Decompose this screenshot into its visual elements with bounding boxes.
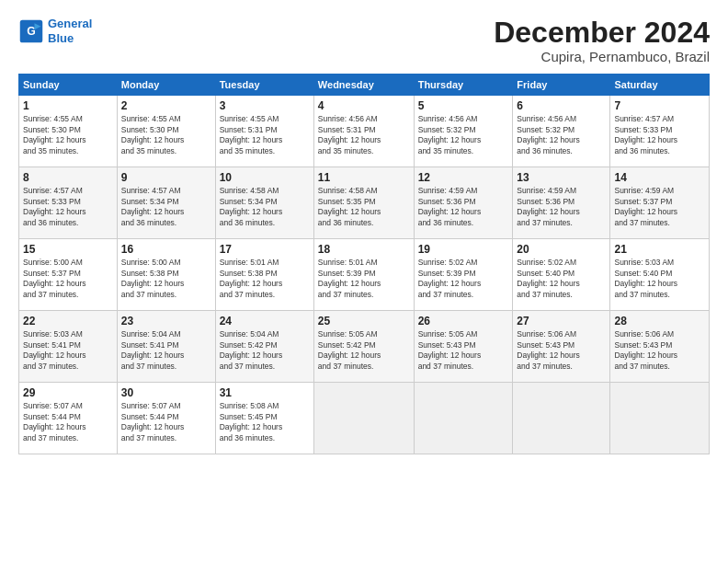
calendar-week-2: 8Sunrise: 4:57 AM Sunset: 5:33 PM Daylig… [19, 167, 710, 239]
day-number: 27 [517, 315, 606, 327]
calendar-cell: 23Sunrise: 5:04 AM Sunset: 5:41 PM Dayli… [117, 311, 215, 383]
day-info: Sunrise: 4:56 AM Sunset: 5:32 PM Dayligh… [517, 114, 606, 156]
calendar-cell: 4Sunrise: 4:56 AM Sunset: 5:31 PM Daylig… [313, 96, 414, 167]
day-info: Sunrise: 5:06 AM Sunset: 5:43 PM Dayligh… [517, 329, 606, 372]
day-info: Sunrise: 4:59 AM Sunset: 5:36 PM Dayligh… [517, 186, 606, 228]
calendar-cell: 1Sunrise: 4:55 AM Sunset: 5:30 PM Daylig… [19, 96, 118, 167]
day-info: Sunrise: 5:07 AM Sunset: 5:44 PM Dayligh… [121, 401, 211, 443]
day-info: Sunrise: 4:58 AM Sunset: 5:34 PM Dayligh… [220, 186, 310, 228]
calendar-cell: 10Sunrise: 4:58 AM Sunset: 5:34 PM Dayli… [215, 167, 313, 239]
calendar-cell: 14Sunrise: 4:59 AM Sunset: 5:37 PM Dayli… [610, 167, 710, 239]
calendar-cell: 25Sunrise: 5:05 AM Sunset: 5:42 PM Dayli… [313, 311, 414, 383]
calendar-body: 1Sunrise: 4:55 AM Sunset: 5:30 PM Daylig… [19, 96, 710, 454]
calendar-cell: 17Sunrise: 5:01 AM Sunset: 5:38 PM Dayli… [215, 239, 313, 311]
calendar-cell: 18Sunrise: 5:01 AM Sunset: 5:39 PM Dayli… [313, 239, 414, 311]
day-number: 10 [220, 171, 310, 184]
calendar-cell: 7Sunrise: 4:57 AM Sunset: 5:33 PM Daylig… [610, 96, 710, 167]
calendar-week-4: 22Sunrise: 5:03 AM Sunset: 5:41 PM Dayli… [19, 311, 710, 383]
day-number: 8 [23, 171, 113, 184]
calendar-cell: 15Sunrise: 5:00 AM Sunset: 5:37 PM Dayli… [19, 239, 118, 311]
day-info: Sunrise: 5:03 AM Sunset: 5:40 PM Dayligh… [614, 258, 705, 300]
day-info: Sunrise: 5:04 AM Sunset: 5:41 PM Dayligh… [121, 329, 211, 372]
day-number: 24 [220, 315, 310, 327]
logo-text: General Blue [48, 17, 92, 45]
calendar-cell: 16Sunrise: 5:00 AM Sunset: 5:38 PM Dayli… [117, 239, 215, 311]
calendar-cell [610, 383, 710, 454]
day-number: 21 [614, 243, 705, 256]
calendar-cell: 21Sunrise: 5:03 AM Sunset: 5:40 PM Dayli… [610, 239, 710, 311]
day-number: 14 [614, 171, 705, 184]
day-info: Sunrise: 4:55 AM Sunset: 5:30 PM Dayligh… [121, 114, 211, 156]
day-number: 22 [23, 315, 113, 327]
day-number: 15 [23, 243, 113, 256]
day-info: Sunrise: 5:05 AM Sunset: 5:42 PM Dayligh… [318, 329, 410, 372]
calendar-cell: 28Sunrise: 5:06 AM Sunset: 5:43 PM Dayli… [610, 311, 710, 383]
calendar-cell [313, 383, 414, 454]
month-title: December 2024 [494, 17, 710, 49]
calendar-cell: 29Sunrise: 5:07 AM Sunset: 5:44 PM Dayli… [19, 383, 118, 454]
day-number: 28 [614, 315, 705, 327]
day-info: Sunrise: 5:08 AM Sunset: 5:45 PM Dayligh… [220, 401, 310, 443]
day-number: 18 [318, 243, 410, 256]
calendar-cell: 6Sunrise: 4:56 AM Sunset: 5:32 PM Daylig… [513, 96, 610, 167]
day-number: 16 [121, 243, 211, 256]
day-info: Sunrise: 5:05 AM Sunset: 5:43 PM Dayligh… [418, 329, 509, 372]
calendar-cell: 3Sunrise: 4:55 AM Sunset: 5:31 PM Daylig… [215, 96, 313, 167]
calendar-cell: 5Sunrise: 4:56 AM Sunset: 5:32 PM Daylig… [414, 96, 513, 167]
day-number: 6 [517, 99, 606, 112]
calendar-cell: 26Sunrise: 5:05 AM Sunset: 5:43 PM Dayli… [414, 311, 513, 383]
day-number: 3 [220, 99, 310, 112]
calendar-week-3: 15Sunrise: 5:00 AM Sunset: 5:37 PM Dayli… [19, 239, 710, 311]
col-tuesday: Tuesday [215, 75, 313, 96]
day-number: 17 [220, 243, 310, 256]
col-friday: Friday [513, 75, 610, 96]
col-monday: Monday [117, 75, 215, 96]
day-number: 7 [614, 99, 705, 112]
logo-line1: General [48, 17, 92, 30]
calendar-week-1: 1Sunrise: 4:55 AM Sunset: 5:30 PM Daylig… [19, 96, 710, 167]
day-number: 30 [121, 386, 211, 399]
day-number: 4 [318, 99, 410, 112]
day-number: 31 [220, 386, 310, 399]
calendar-header: Sunday Monday Tuesday Wednesday Thursday… [19, 75, 710, 96]
calendar-cell: 24Sunrise: 5:04 AM Sunset: 5:42 PM Dayli… [215, 311, 313, 383]
day-info: Sunrise: 5:04 AM Sunset: 5:42 PM Dayligh… [220, 329, 310, 372]
calendar: Sunday Monday Tuesday Wednesday Thursday… [18, 74, 710, 454]
day-info: Sunrise: 4:55 AM Sunset: 5:31 PM Dayligh… [220, 114, 310, 156]
day-number: 25 [318, 315, 410, 327]
day-info: Sunrise: 4:56 AM Sunset: 5:31 PM Dayligh… [318, 114, 410, 156]
col-thursday: Thursday [414, 75, 513, 96]
calendar-cell: 9Sunrise: 4:57 AM Sunset: 5:34 PM Daylig… [117, 167, 215, 239]
col-sunday: Sunday [19, 75, 118, 96]
calendar-cell: 11Sunrise: 4:58 AM Sunset: 5:35 PM Dayli… [313, 167, 414, 239]
day-info: Sunrise: 5:00 AM Sunset: 5:37 PM Dayligh… [23, 258, 113, 300]
day-info: Sunrise: 4:58 AM Sunset: 5:35 PM Dayligh… [318, 186, 410, 228]
day-number: 11 [318, 171, 410, 184]
day-info: Sunrise: 5:03 AM Sunset: 5:41 PM Dayligh… [23, 329, 113, 372]
calendar-cell: 13Sunrise: 4:59 AM Sunset: 5:36 PM Dayli… [513, 167, 610, 239]
day-number: 2 [121, 99, 211, 112]
day-info: Sunrise: 4:59 AM Sunset: 5:37 PM Dayligh… [614, 186, 705, 228]
calendar-cell: 27Sunrise: 5:06 AM Sunset: 5:43 PM Dayli… [513, 311, 610, 383]
calendar-cell: 30Sunrise: 5:07 AM Sunset: 5:44 PM Dayli… [117, 383, 215, 454]
location: Cupira, Pernambuco, Brazil [494, 49, 710, 64]
day-info: Sunrise: 4:56 AM Sunset: 5:32 PM Dayligh… [418, 114, 509, 156]
title-area: December 2024 Cupira, Pernambuco, Brazil [494, 17, 710, 64]
calendar-cell: 31Sunrise: 5:08 AM Sunset: 5:45 PM Dayli… [215, 383, 313, 454]
day-number: 1 [23, 99, 113, 112]
page: G General Blue December 2024 Cupira, Per… [0, 0, 728, 563]
calendar-cell [513, 383, 610, 454]
col-wednesday: Wednesday [313, 75, 414, 96]
day-info: Sunrise: 5:06 AM Sunset: 5:43 PM Dayligh… [614, 329, 705, 372]
calendar-cell: 19Sunrise: 5:02 AM Sunset: 5:39 PM Dayli… [414, 239, 513, 311]
calendar-cell: 8Sunrise: 4:57 AM Sunset: 5:33 PM Daylig… [19, 167, 118, 239]
day-number: 29 [23, 386, 113, 399]
day-info: Sunrise: 4:57 AM Sunset: 5:34 PM Dayligh… [121, 186, 211, 228]
day-info: Sunrise: 5:02 AM Sunset: 5:39 PM Dayligh… [418, 258, 509, 300]
col-saturday: Saturday [610, 75, 710, 96]
header: G General Blue December 2024 Cupira, Per… [18, 17, 710, 64]
calendar-cell: 22Sunrise: 5:03 AM Sunset: 5:41 PM Dayli… [19, 311, 118, 383]
calendar-cell: 2Sunrise: 4:55 AM Sunset: 5:30 PM Daylig… [117, 96, 215, 167]
logo: G General Blue [18, 17, 92, 45]
day-info: Sunrise: 5:02 AM Sunset: 5:40 PM Dayligh… [517, 258, 606, 300]
